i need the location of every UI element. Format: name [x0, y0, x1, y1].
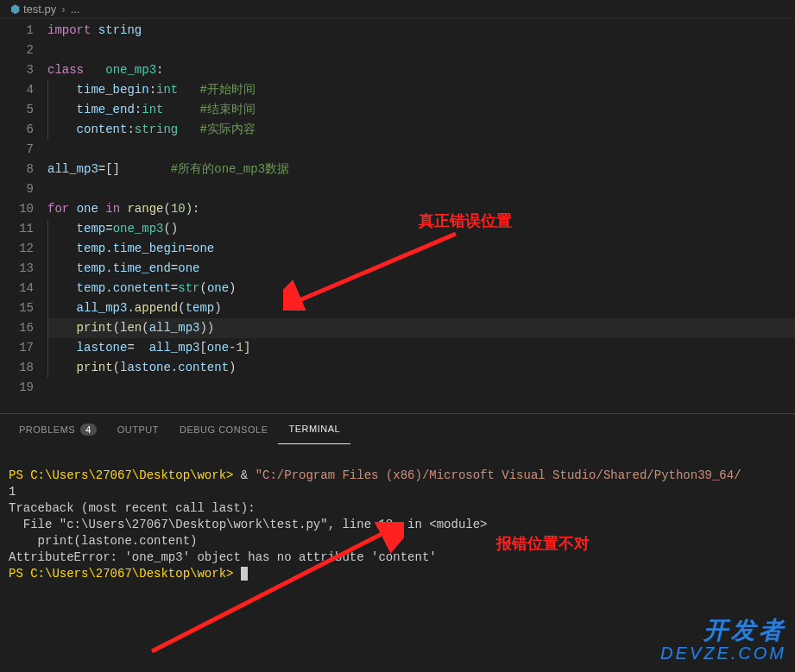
- code-line[interactable]: content:string #实际内容: [47, 120, 795, 140]
- terminal-line: PS C:\Users\27067\Desktop\work>: [9, 567, 248, 581]
- code-line[interactable]: for one in range(10):: [47, 199, 795, 219]
- watermark-line2: DEVZE.COM: [660, 644, 786, 663]
- line-number: 3: [0, 60, 34, 80]
- terminal-line: Traceback (most recent call last):: [9, 501, 256, 515]
- line-number: 19: [0, 378, 34, 398]
- line-number: 10: [0, 199, 34, 219]
- tab-problems-label: PROBLEMS: [19, 424, 75, 435]
- line-number: 4: [0, 80, 34, 100]
- code-line[interactable]: time_begin:int #开始时间: [47, 80, 795, 100]
- code-line[interactable]: print(len(all_mp3)): [47, 318, 795, 338]
- panel-tabs: PROBLEMS 4 OUTPUT DEBUG CONSOLE TERMINAL: [0, 414, 795, 444]
- terminal-cursor: [241, 567, 248, 581]
- line-number: 7: [0, 140, 34, 160]
- python-file-icon: ⬢: [10, 3, 20, 16]
- line-number: 2: [0, 41, 34, 60]
- code-line[interactable]: temp.conetent=str(one): [47, 279, 795, 298]
- code-line[interactable]: temp=one_mp3(): [47, 219, 795, 239]
- code-line[interactable]: [47, 41, 795, 60]
- tab-terminal-label: TERMINAL: [288, 424, 340, 434]
- breadcrumb-separator: ›: [61, 3, 65, 16]
- line-number: 9: [0, 179, 34, 199]
- line-number: 12: [0, 239, 34, 259]
- line-number: 14: [0, 279, 34, 298]
- tab-output-label: OUTPUT: [117, 424, 159, 435]
- code-area[interactable]: import stringclass one_mp3: time_begin:i…: [47, 19, 795, 413]
- tab-debug-label: DEBUG CONSOLE: [180, 424, 268, 435]
- code-line[interactable]: [47, 140, 795, 160]
- terminal-line: 1: [9, 485, 16, 499]
- line-number: 17: [0, 338, 34, 358]
- cmd-path: "C:/Program Files (x86)/Microsoft Visual…: [248, 468, 741, 482]
- terminal-line: PS C:\Users\27067\Desktop\work> & "C:/Pr…: [9, 468, 741, 482]
- line-number: 8: [0, 160, 34, 179]
- watermark: 开发者 DEVZE.COM: [660, 614, 786, 663]
- terminal-content[interactable]: PS C:\Users\27067\Desktop\work> & "C:/Pr…: [0, 444, 795, 606]
- line-number: 15: [0, 298, 34, 318]
- code-line[interactable]: temp.time_begin=one: [47, 239, 795, 259]
- line-number-gutter: 12345678910111213141516171819: [0, 19, 47, 413]
- code-line[interactable]: all_mp3.append(temp): [47, 298, 795, 318]
- code-line[interactable]: class one_mp3:: [47, 60, 795, 80]
- line-number: 13: [0, 259, 34, 279]
- amp: &: [241, 468, 248, 482]
- line-number: 18: [0, 358, 34, 378]
- terminal-line: print(lastone.content): [9, 534, 197, 548]
- code-line[interactable]: [47, 378, 795, 398]
- breadcrumb-filename: test.py: [23, 3, 56, 16]
- tab-terminal[interactable]: TERMINAL: [278, 414, 350, 444]
- code-line[interactable]: all_mp3=[] #所有的one_mp3数据: [47, 160, 795, 179]
- watermark-line1: 开发者: [660, 614, 786, 647]
- line-number: 11: [0, 219, 34, 239]
- code-line[interactable]: import string: [47, 21, 795, 41]
- prompt: PS C:\Users\27067\Desktop\work>: [9, 468, 241, 482]
- line-number: 5: [0, 100, 34, 120]
- line-number: 16: [0, 318, 34, 338]
- breadcrumb-rest: ...: [71, 3, 80, 16]
- breadcrumb[interactable]: ⬢ test.py › ...: [0, 0, 795, 19]
- code-line[interactable]: print(lastone.content): [47, 358, 795, 378]
- prompt: PS C:\Users\27067\Desktop\work>: [9, 567, 241, 581]
- terminal-line: AttributeError: 'one_mp3' object has no …: [9, 550, 437, 564]
- tab-debug-console[interactable]: DEBUG CONSOLE: [169, 414, 278, 444]
- problems-count-badge: 4: [80, 424, 97, 436]
- code-line[interactable]: temp.time_end=one: [47, 259, 795, 279]
- code-line[interactable]: [47, 179, 795, 199]
- terminal-line: File "c:\Users\27067\Desktop\work\test.p…: [9, 518, 488, 531]
- code-line[interactable]: lastone= all_mp3[one-1]: [47, 338, 795, 358]
- code-line[interactable]: time_end:int #结束时间: [47, 100, 795, 120]
- line-number: 1: [0, 21, 34, 41]
- tab-output[interactable]: OUTPUT: [107, 414, 169, 444]
- code-editor[interactable]: 12345678910111213141516171819 import str…: [0, 19, 795, 413]
- tab-problems[interactable]: PROBLEMS 4: [9, 414, 107, 444]
- line-number: 6: [0, 120, 34, 140]
